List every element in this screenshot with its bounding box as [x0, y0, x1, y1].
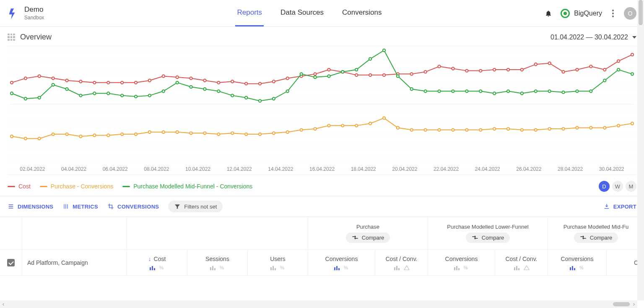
conversions-button[interactable]: CONVERSIONS [107, 203, 159, 210]
svg-point-48 [24, 137, 27, 140]
percent-icon[interactable]: % [464, 265, 470, 270]
metrics-button[interactable]: METRICS [62, 203, 98, 210]
svg-point-70 [327, 124, 330, 127]
filters-chip[interactable]: Filters not set [168, 201, 223, 212]
download-icon [603, 203, 610, 210]
header-conversions-2[interactable]: Conversions % [428, 250, 495, 275]
triangle-icon[interactable] [404, 265, 410, 270]
trend-chart[interactable]: 02.04.202204.04.202206.04.202208.04.2022… [8, 46, 636, 175]
tab-reports[interactable]: Reports [235, 0, 264, 26]
svg-point-118 [355, 68, 358, 71]
svg-point-79 [452, 128, 454, 131]
vertical-scrollbar[interactable] [637, 0, 644, 300]
percent-icon[interactable]: % [579, 265, 585, 270]
date-range-picker[interactable]: 01.04.2022 — 30.04.2022 [551, 34, 636, 41]
svg-point-5 [65, 79, 68, 82]
notifications-icon[interactable] [545, 10, 552, 17]
svg-point-129 [507, 90, 509, 92]
group-purchase: Purchase Compare [308, 217, 428, 249]
granularity-w[interactable]: W [612, 181, 623, 192]
tab-conversions[interactable]: Conversions [340, 0, 384, 26]
bar-chart-icon[interactable] [454, 265, 460, 270]
bar-chart-icon[interactable] [149, 265, 155, 270]
horizontal-scrollbar[interactable]: ‹ › [0, 300, 637, 308]
legend-item[interactable]: Purchase Modelled Mid-Funnel - Conversio… [122, 183, 252, 190]
svg-rect-159 [456, 266, 457, 270]
svg-rect-158 [454, 267, 455, 270]
svg-rect-160 [458, 268, 460, 270]
export-button[interactable]: EXPORT [603, 203, 636, 210]
header-dimension[interactable]: Ad Platform, Campaign [22, 250, 127, 275]
svg-point-56 [135, 133, 137, 136]
database-selector[interactable]: BigQuery [561, 9, 602, 18]
svg-point-133 [562, 91, 564, 94]
header-users[interactable]: Users % [247, 250, 308, 275]
svg-point-119 [369, 57, 371, 60]
x-tick-label: 26.04.2022 [508, 166, 550, 172]
svg-point-33 [452, 67, 454, 70]
svg-point-75 [397, 126, 399, 129]
granularity-d[interactable]: D [599, 181, 610, 192]
svg-rect-144 [212, 266, 213, 270]
legend-item[interactable]: Purchase - Conversions [40, 183, 113, 190]
svg-point-104 [162, 90, 165, 92]
bar-chart-icon[interactable] [210, 265, 216, 270]
svg-point-138 [631, 73, 634, 75]
compare-button-purchase[interactable]: Compare [346, 232, 390, 243]
header-conversions-1[interactable]: Conversions % [308, 250, 375, 275]
bar-chart-icon[interactable] [394, 265, 400, 270]
bar-chart-icon[interactable] [334, 265, 340, 270]
header-sessions[interactable]: Sessions % [187, 250, 247, 275]
brand-text: Demo Sandbox [24, 6, 44, 21]
granularity-m[interactable]: M [626, 181, 636, 192]
svg-point-131 [535, 90, 537, 92]
scroll-left-icon[interactable]: ‹ [0, 301, 7, 307]
svg-rect-145 [214, 268, 216, 270]
x-tick-label: 16.04.2022 [301, 166, 343, 172]
bar-chart-icon[interactable] [514, 265, 519, 270]
workspace-subtitle: Sandbox [24, 15, 44, 21]
svg-rect-152 [336, 266, 338, 270]
svg-point-115 [314, 76, 316, 78]
group-dimension-col [22, 217, 127, 249]
workspace-title: Demo [24, 6, 44, 14]
svg-text:%: % [464, 265, 468, 270]
tab-data-sources[interactable]: Data Sources [279, 0, 325, 26]
svg-text:%: % [280, 265, 284, 270]
svg-rect-143 [210, 267, 211, 270]
header-cost-per-conv-1[interactable]: Cost / Conv. [375, 250, 428, 275]
svg-point-134 [576, 90, 578, 92]
compare-button-mid-funnel[interactable]: Compare [574, 232, 618, 243]
svg-point-88 [576, 126, 578, 129]
legend-row: CostPurchase - ConversionsPurchase Model… [0, 175, 644, 196]
percent-icon[interactable]: % [344, 265, 350, 270]
apps-grid-icon[interactable] [8, 34, 15, 41]
header-cost[interactable]: ↓Cost % [127, 250, 187, 275]
user-avatar[interactable]: O [624, 7, 636, 20]
svg-point-89 [589, 126, 592, 129]
svg-point-82 [493, 128, 496, 130]
svg-point-28 [383, 74, 385, 76]
percent-icon[interactable]: % [220, 265, 226, 270]
legend-item[interactable]: Cost [8, 183, 31, 190]
svg-point-34 [465, 69, 468, 72]
bar-chart-icon[interactable] [270, 265, 276, 270]
x-tick-label: 22.04.2022 [426, 166, 467, 172]
svg-point-37 [507, 68, 509, 71]
select-all-checkbox[interactable] [7, 259, 15, 266]
svg-point-16 [217, 81, 220, 84]
svg-point-36 [493, 68, 496, 71]
header-cost-per-conv-2[interactable]: Cost / Conv. [495, 250, 548, 275]
triangle-icon[interactable] [524, 265, 530, 270]
percent-icon[interactable]: % [159, 265, 165, 270]
header-conversions-3[interactable]: Conversions % [548, 250, 606, 275]
more-menu-icon[interactable] [610, 8, 615, 19]
dimensions-button[interactable]: DIMENSIONS [8, 203, 53, 210]
bar-chart-icon[interactable] [569, 265, 575, 270]
svg-point-6 [79, 80, 82, 83]
percent-icon[interactable]: % [280, 265, 286, 270]
compare-button-lower-funnel[interactable]: Compare [466, 232, 510, 243]
scroll-right-icon[interactable]: › [631, 301, 637, 307]
group-checkbox-col [0, 217, 22, 249]
svg-point-46 [631, 53, 634, 56]
